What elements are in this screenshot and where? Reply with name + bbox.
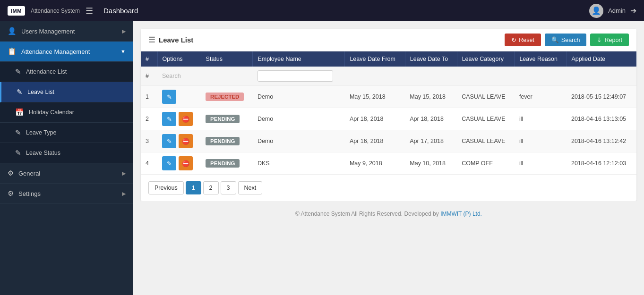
- cancel-button-3[interactable]: ⛔: [179, 134, 193, 148]
- status-badge-1: REJECTED: [206, 93, 244, 101]
- search-button[interactable]: 🔍 Search: [545, 34, 587, 46]
- status-badge-2: PENDING: [206, 115, 240, 123]
- reset-button[interactable]: ↻ Reset: [505, 34, 541, 46]
- col-status: Status: [201, 51, 253, 67]
- sidebar-item-leave-type[interactable]: ✎ Leave Type: [0, 123, 133, 143]
- chevron-right-icon-2: ▶: [122, 170, 126, 177]
- sidebar-item-users-management[interactable]: 👤 Users Management ▶: [0, 21, 133, 42]
- col-employee: Employee Name: [253, 51, 345, 67]
- sidebar-item-leave-list[interactable]: ✎ Leave List: [0, 82, 133, 102]
- search-options-label: Search: [157, 67, 201, 86]
- row-reason-3: ill: [515, 130, 567, 152]
- page-button-3[interactable]: 3: [221, 181, 236, 194]
- report-button[interactable]: ⇓ Report: [590, 34, 629, 46]
- row-date-to-3: Apr 17, 2018: [405, 130, 457, 152]
- cancel-button-4[interactable]: ⛔: [179, 156, 193, 170]
- pencil-icon-4: ✎: [15, 149, 21, 157]
- sidebar-label-attendance-list: Attendance List: [26, 68, 67, 75]
- chevron-right-icon: ▶: [122, 28, 126, 34]
- sidebar-item-leave-status[interactable]: ✎ Leave Status: [0, 143, 133, 163]
- employee-search-input[interactable]: [258, 70, 333, 82]
- sidebar-item-general[interactable]: ⚙ General ▶: [0, 163, 133, 184]
- sidebar-label-general: General: [18, 170, 40, 177]
- main-layout: 👤 Users Management ▶ 📋 Attendance Manage…: [0, 21, 644, 295]
- sidebar-item-settings[interactable]: ⚙ Settings ▶: [0, 184, 133, 204]
- row-employee-3: Demo: [253, 130, 345, 152]
- row-category-3: CASUAL LEAVE: [457, 130, 515, 152]
- page-button-1[interactable]: 1: [186, 181, 201, 194]
- previous-button[interactable]: Previous: [148, 181, 184, 194]
- footer-company-link[interactable]: IMMWIT (P) Ltd.: [440, 211, 482, 217]
- row-options-1: ✎: [157, 86, 201, 108]
- users-icon: 👤: [8, 27, 17, 35]
- next-button[interactable]: Next: [238, 181, 263, 194]
- action-btns-3: ✎ ⛔: [162, 134, 196, 148]
- row-status-4: PENDING: [201, 152, 253, 175]
- footer-developed-by: Developed by: [404, 211, 438, 217]
- sidebar-item-attendance-list[interactable]: ✎ Attendance List: [0, 62, 133, 82]
- search-status-cell: [201, 67, 253, 86]
- sidebar-item-attendance-management[interactable]: 📋 Attendance Management ▼: [0, 42, 133, 62]
- edit-button-3[interactable]: ✎: [162, 134, 176, 148]
- action-btns-4: ✎ ⛔: [162, 156, 196, 170]
- row-date-from-2: Apr 18, 2018: [345, 108, 405, 130]
- row-num-4: 4: [141, 152, 157, 175]
- sidebar-sub-attendance: ✎ Attendance List ✎ Leave List 📅 Holiday…: [0, 62, 133, 163]
- list-icon: ☰: [148, 35, 155, 44]
- card-title: Leave List: [159, 36, 193, 44]
- page-button-2[interactable]: 2: [203, 181, 219, 194]
- logout-icon[interactable]: ➔: [630, 6, 636, 15]
- content-area: ☰ Leave List ↻ Reset 🔍 Search ⇓ Report: [133, 21, 644, 295]
- topbar-left: IMM Attendance System ☰ Dashboard: [8, 6, 138, 16]
- row-status-3: PENDING: [201, 130, 253, 152]
- search-label: Search: [561, 37, 580, 43]
- action-btns-2: ✎ ⛔: [162, 112, 196, 126]
- row-reason-2: ill: [515, 108, 567, 130]
- logo: IMM: [8, 6, 25, 16]
- col-options: Options: [157, 51, 201, 67]
- card-header-title-section: ☰ Leave List: [148, 35, 193, 44]
- edit-button-1[interactable]: ✎: [162, 90, 176, 104]
- chevron-down-icon: ▼: [120, 49, 126, 54]
- search-employee-cell: [253, 67, 345, 86]
- search-date-to-cell: [405, 67, 457, 86]
- col-num: #: [141, 51, 157, 67]
- row-status-1: REJECTED: [201, 86, 253, 108]
- pencil-icon-3: ✎: [15, 128, 21, 137]
- sidebar-label-attendance-management: Attendance Management: [21, 48, 90, 55]
- attendance-icon: 📋: [8, 47, 17, 56]
- hamburger-icon[interactable]: ☰: [86, 6, 93, 16]
- search-reason-cell: [515, 67, 567, 86]
- row-applied-2: 2018-04-16 13:13:05: [567, 108, 636, 130]
- edit-button-2[interactable]: ✎: [162, 112, 176, 126]
- sidebar-label-leave-list: Leave List: [27, 89, 54, 95]
- leave-table: # Options Status Employee Name Leave Dat…: [141, 51, 636, 175]
- leave-list-card: ☰ Leave List ↻ Reset 🔍 Search ⇓ Report: [141, 29, 636, 201]
- footer-text: © Attendance System All Rights Reserved.: [295, 211, 403, 217]
- status-badge-3: PENDING: [206, 137, 240, 145]
- table-header-row: # Options Status Employee Name Leave Dat…: [141, 51, 636, 67]
- col-category: Leave Category: [457, 51, 515, 67]
- edit-button-4[interactable]: ✎: [162, 156, 176, 170]
- page-title: Dashboard: [103, 7, 138, 15]
- row-employee-4: DKS: [253, 152, 345, 175]
- app-name: Attendance System: [31, 8, 80, 14]
- row-reason-4: ill: [515, 152, 567, 175]
- sidebar-label-settings: Settings: [18, 190, 41, 197]
- chevron-right-icon-3: ▶: [122, 191, 126, 197]
- row-date-from-1: May 15, 2018: [345, 86, 405, 108]
- card-header-actions: ↻ Reset 🔍 Search ⇓ Report: [505, 34, 629, 46]
- row-date-to-4: May 10, 2018: [405, 152, 457, 175]
- sidebar-item-holiday-calendar[interactable]: 📅 Holiday Calendar: [0, 102, 133, 123]
- row-date-from-3: Apr 16, 2018: [345, 130, 405, 152]
- cancel-button-2[interactable]: ⛔: [179, 112, 193, 126]
- row-employee-1: Demo: [253, 86, 345, 108]
- table-row: 4 ✎ ⛔ PENDING DKS May 9, 2018 May 10: [141, 152, 636, 175]
- row-applied-1: 2018-05-15 12:49:07: [567, 86, 636, 108]
- table-row: 2 ✎ ⛔ PENDING Demo Apr 18, 2018 Apr: [141, 108, 636, 130]
- search-category-cell: [457, 67, 515, 86]
- calendar-icon: 📅: [15, 108, 24, 117]
- report-label: Report: [604, 37, 622, 43]
- row-options-2: ✎ ⛔: [157, 108, 201, 130]
- row-options-3: ✎ ⛔: [157, 130, 201, 152]
